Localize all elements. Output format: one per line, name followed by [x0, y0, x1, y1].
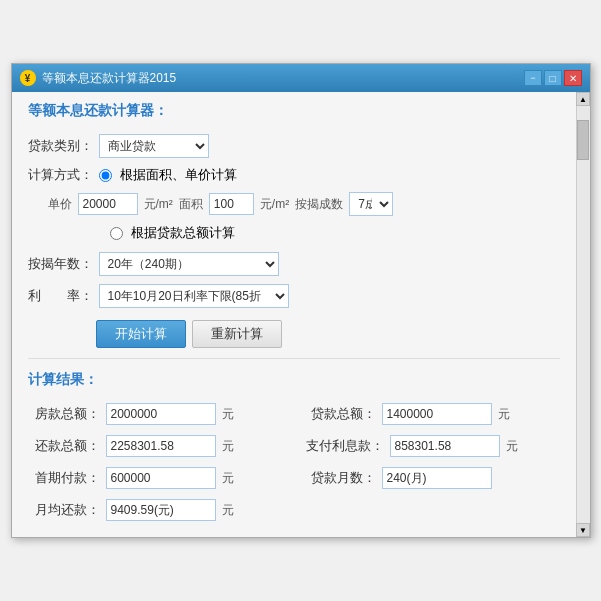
- result-value-2[interactable]: [106, 435, 216, 457]
- result-label-0: 房款总额：: [28, 405, 100, 423]
- result-unit-3: 元: [506, 438, 518, 455]
- ratio-select[interactable]: 7成 8成 9成 6成 5成: [349, 192, 393, 216]
- result-row-5: 贷款月数：: [304, 467, 560, 489]
- calc-method-row: 计算方式： 根据面积、单价计算: [28, 166, 560, 184]
- scroll-up-button[interactable]: ▲: [576, 92, 590, 106]
- loan-type-label: 贷款类别：: [28, 137, 93, 155]
- results-section: 计算结果： 房款总额： 元 贷款总额： 元 还款总额: [28, 371, 560, 521]
- unit-price-input[interactable]: [78, 193, 138, 215]
- result-label-6: 月均还款：: [28, 501, 100, 519]
- app-icon: ¥: [20, 70, 36, 86]
- calc-method-option1[interactable]: 根据面积、单价计算: [99, 166, 237, 184]
- result-unit-0: 元: [222, 406, 234, 423]
- calc-method-option2-text: 根据贷款总额计算: [131, 224, 235, 242]
- main-content: 等额本息还款计算器： 贷款类别： 商业贷款 公积金贷款 组合贷款 计算方式： 根…: [12, 92, 576, 537]
- area-input[interactable]: [209, 193, 254, 215]
- calc-method-option2[interactable]: 根据贷款总额计算: [110, 224, 560, 242]
- result-label-3: 支付利息款：: [304, 437, 384, 455]
- result-row-0: 房款总额： 元: [28, 403, 284, 425]
- result-value-6[interactable]: [106, 499, 216, 521]
- result-label-1: 贷款总额：: [304, 405, 376, 423]
- result-unit-6: 元: [222, 502, 234, 519]
- scroll-down-button[interactable]: ▼: [576, 523, 590, 537]
- calc-button[interactable]: 开始计算: [96, 320, 186, 348]
- years-row: 按揭年数： 20年（240期） 10年（120期） 15年（180期） 25年（…: [28, 252, 560, 276]
- unit-price-row: 单价 元/m² 面积 元/m² 按揭成数 7成 8成 9成 6成 5成: [48, 192, 560, 216]
- results-grid: 房款总额： 元 贷款总额： 元 还款总额： 元: [28, 403, 560, 521]
- scrollbar: ▲ ▼: [576, 92, 590, 537]
- result-row-3: 支付利息款： 元: [304, 435, 560, 457]
- result-row-4: 首期付款： 元: [28, 467, 284, 489]
- years-label: 按揭年数：: [28, 255, 93, 273]
- result-value-0[interactable]: [106, 403, 216, 425]
- result-row-2: 还款总额： 元: [28, 435, 284, 457]
- result-unit-1: 元: [498, 406, 510, 423]
- result-value-1[interactable]: [382, 403, 492, 425]
- area-label: 面积: [179, 196, 203, 213]
- result-unit-4: 元: [222, 470, 234, 487]
- years-select[interactable]: 20年（240期） 10年（120期） 15年（180期） 25年（300期） …: [99, 252, 279, 276]
- window-title: 等额本息还款计算器2015: [42, 70, 524, 87]
- result-label-5: 贷款月数：: [304, 469, 376, 487]
- restore-button[interactable]: □: [544, 70, 562, 86]
- result-row-1: 贷款总额： 元: [304, 403, 560, 425]
- close-button[interactable]: ✕: [564, 70, 582, 86]
- ratio-label: 按揭成数: [295, 196, 343, 213]
- result-row-6: 月均还款： 元: [28, 499, 284, 521]
- unit2-text: 元/m²: [260, 196, 289, 213]
- result-unit-2: 元: [222, 438, 234, 455]
- window-body: 等额本息还款计算器： 贷款类别： 商业贷款 公积金贷款 组合贷款 计算方式： 根…: [12, 92, 590, 537]
- rate-select[interactable]: 10年10月20日利率下限(85折 基准利率 上浮10% 下浮15%: [99, 284, 289, 308]
- scroll-thumb[interactable]: [577, 120, 589, 160]
- rate-row: 利 率： 10年10月20日利率下限(85折 基准利率 上浮10% 下浮15%: [28, 284, 560, 308]
- loan-type-select[interactable]: 商业贷款 公积金贷款 组合贷款: [99, 134, 209, 158]
- unit-price-label: 单价: [48, 196, 72, 213]
- result-value-4[interactable]: [106, 467, 216, 489]
- result-label-4: 首期付款：: [28, 469, 100, 487]
- main-section-title: 等额本息还款计算器：: [28, 102, 560, 124]
- minimize-button[interactable]: －: [524, 70, 542, 86]
- action-buttons-row: 开始计算 重新计算: [96, 320, 560, 348]
- loan-type-row: 贷款类别： 商业贷款 公积金贷款 组合贷款: [28, 134, 560, 158]
- unit1-text: 元/m²: [144, 196, 173, 213]
- calc-method-radio2[interactable]: [110, 227, 123, 240]
- calc-method-radio1[interactable]: [99, 169, 112, 182]
- window-controls: － □ ✕: [524, 70, 582, 86]
- result-value-5[interactable]: [382, 467, 492, 489]
- title-bar: ¥ 等额本息还款计算器2015 － □ ✕: [12, 64, 590, 92]
- calc-method-option1-text: 根据面积、单价计算: [120, 166, 237, 184]
- rate-label: 利 率：: [28, 287, 93, 305]
- reset-button[interactable]: 重新计算: [192, 320, 282, 348]
- calc-method-label: 计算方式：: [28, 166, 93, 184]
- result-value-3[interactable]: [390, 435, 500, 457]
- results-title: 计算结果：: [28, 371, 560, 393]
- main-window: ¥ 等额本息还款计算器2015 － □ ✕ 等额本息还款计算器： 贷款类别： 商…: [11, 63, 591, 538]
- calc-method-option2-row: 根据贷款总额计算: [110, 224, 560, 242]
- result-label-2: 还款总额：: [28, 437, 100, 455]
- section-divider: [28, 358, 560, 359]
